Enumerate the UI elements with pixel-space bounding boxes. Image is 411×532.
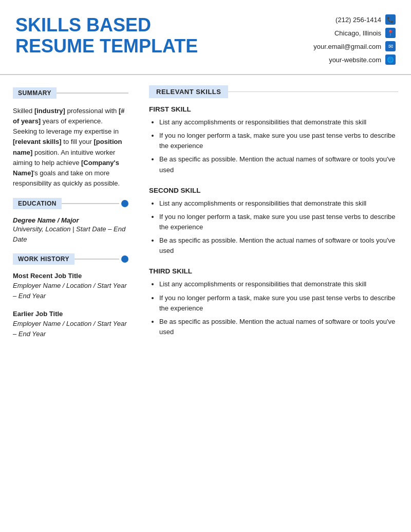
work-history-label: WORK HISTORY (13, 253, 74, 265)
relevant-skills-header: RELEVANT SKILLS (149, 85, 398, 98)
email-icon: ✉ (385, 41, 396, 51)
education-line (62, 203, 119, 204)
education-label: EDUCATION (13, 198, 62, 209)
right-column: RELEVANT SKILLS FIRST SKILL List any acc… (139, 75, 411, 359)
work-history-line (74, 259, 119, 260)
job-1-block: Most Recent Job Title Employer Name / Lo… (13, 272, 128, 301)
summary-label: SUMMARY (13, 87, 57, 99)
body: SUMMARY Skilled [industry] professional … (0, 75, 411, 359)
job-2-details: Employer Name / Location / Start Year– E… (13, 319, 128, 339)
email-text: your.email@gmail.com (313, 43, 381, 50)
website-icon: 🌐 (385, 54, 396, 65)
summary-company: [Company's Name] (13, 159, 119, 177)
summary-section: SUMMARY Skilled [industry] professional … (13, 87, 128, 189)
skill-1-bullet-1: List any accomplishments or responsibili… (159, 117, 398, 127)
degree-name: Degree Name / Major (13, 216, 128, 224)
summary-header: SUMMARY (13, 87, 128, 99)
work-history-section: WORK HISTORY Most Recent Job Title Emplo… (13, 253, 128, 339)
skill-2-bullet-3: Be as specific as possible. Mention the … (159, 235, 398, 256)
phone-icon: 📞 (385, 14, 396, 25)
skill-1-section: FIRST SKILL List any accomplishments or … (149, 105, 398, 175)
education-header: EDUCATION (13, 198, 128, 209)
skill-3-name: THIRD SKILL (149, 267, 398, 275)
job-1-title: Most Recent Job Title (13, 272, 128, 280)
contact-location-row: Chicago, Illinois 📍 (334, 28, 396, 38)
skill-2-section: SECOND SKILL List any accomplishments or… (149, 187, 398, 256)
skill-3-list: List any accomplishments or responsibili… (149, 279, 398, 337)
skill-1-bullet-2: If you no longer perform a task, make su… (159, 131, 398, 151)
relevant-skills-label: RELEVANT SKILLS (149, 85, 228, 98)
job-1-details: Employer Name / Location / Start Year– E… (13, 281, 128, 301)
contact-website-row: your-website.com 🌐 (329, 54, 396, 65)
header-title: SKILLS BASED RESUME TEMPLATE (15, 14, 283, 57)
skill-1-list: List any accomplishments or responsibili… (149, 117, 398, 175)
location-icon: 📍 (385, 28, 396, 38)
skill-3-bullet-1: List any accomplishments or responsibili… (159, 279, 398, 289)
job-2-block: Earlier Job Title Employer Name / Locati… (13, 310, 128, 339)
skill-3-section: THIRD SKILL List any accomplishments or … (149, 267, 398, 337)
website-text: your-website.com (329, 56, 381, 64)
education-section: EDUCATION Degree Name / Major University… (13, 198, 128, 244)
contact-phone-row: (212) 256-1414 📞 (335, 14, 396, 25)
left-column: SUMMARY Skilled [industry] professional … (0, 75, 139, 359)
skill-2-list: List any accomplishments or responsibili… (149, 198, 398, 256)
location-text: Chicago, Illinois (334, 29, 381, 37)
skill-2-name: SECOND SKILL (149, 187, 398, 194)
skill-1-name: FIRST SKILL (149, 105, 398, 113)
skill-2-bullet-1: List any accomplishments or responsibili… (159, 198, 398, 209)
job-2-title: Earlier Job Title (13, 310, 128, 318)
header: SKILLS BASED RESUME TEMPLATE (212) 256-1… (0, 0, 411, 75)
education-block: Degree Name / Major University, Location… (13, 216, 128, 244)
resume-page: SKILLS BASED RESUME TEMPLATE (212) 256-1… (0, 0, 411, 532)
header-contact: (212) 256-1414 📞 Chicago, Illinois 📍 you… (283, 14, 396, 65)
summary-line (57, 93, 128, 94)
contact-email-row: your.email@gmail.com ✉ (313, 41, 396, 51)
skill-3-bullet-2: If you no longer perform a task, make su… (159, 293, 398, 314)
work-history-header: WORK HISTORY (13, 253, 128, 265)
phone-text: (212) 256-1414 (335, 16, 381, 24)
summary-text: Skilled [industry] professional with [# … (13, 106, 128, 189)
relevant-skills-line (228, 91, 398, 93)
skill-1-bullet-3: Be as specific as possible. Mention the … (159, 154, 398, 175)
skill-3-bullet-3: Be as specific as possible. Mention the … (159, 317, 398, 337)
university-info: University, Location | Start Date – End … (13, 224, 128, 244)
summary-industry: [industry] (34, 107, 65, 115)
education-dot (121, 200, 128, 207)
work-history-dot (121, 255, 128, 263)
resume-title: SKILLS BASED RESUME TEMPLATE (15, 14, 283, 57)
skill-2-bullet-2: If you no longer perform a task, make su… (159, 212, 398, 232)
summary-skills: [relevant skills] (13, 138, 62, 145)
summary-years: [# of years] (13, 107, 125, 125)
